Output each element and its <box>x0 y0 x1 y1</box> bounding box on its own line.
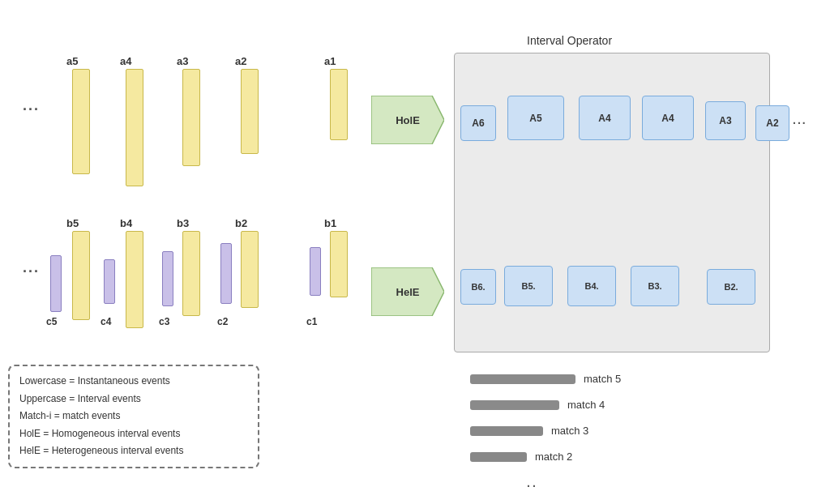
dots-top-left: ... <box>23 97 40 114</box>
match-label-5: match 5 <box>584 373 621 385</box>
label-b3: b3 <box>177 217 189 229</box>
label-c1: c1 <box>306 316 317 327</box>
label-b2: b2 <box>235 217 247 229</box>
legend-line-3: Match-i = match events <box>19 408 248 425</box>
match-label-3: match 3 <box>551 425 588 437</box>
match-item-4: match 4 <box>470 399 605 411</box>
label-b5: b5 <box>66 217 79 229</box>
dots-bottom-left: ... <box>23 259 40 276</box>
label-c2: c2 <box>217 316 228 327</box>
event-block-b5: B5. <box>504 266 553 306</box>
bar-c4 <box>104 259 115 304</box>
legend-box: Lowercase = Instantaneous events Upperca… <box>8 365 259 468</box>
event-block-a3: A3 <box>705 101 746 140</box>
legend-line-4: HolE = Homogeneous interval events <box>19 425 248 443</box>
label-a5: a5 <box>66 55 78 67</box>
event-block-a5: A5 <box>507 96 564 140</box>
dots-a-row: ... <box>793 113 807 126</box>
event-block-b3: B3. <box>631 266 679 306</box>
bar-b2 <box>241 231 259 308</box>
bar-b1 <box>330 231 348 297</box>
bar-a2 <box>241 69 259 154</box>
match-label-4: match 4 <box>567 399 605 411</box>
match-label-2: match 2 <box>535 451 572 463</box>
hole-pentagon: HolE <box>371 96 444 144</box>
bar-b5 <box>72 231 90 320</box>
bar-c3 <box>162 251 173 306</box>
bar-b3 <box>182 231 200 316</box>
bar-c1 <box>310 247 321 296</box>
event-block-a6: A6 <box>460 105 496 141</box>
match-bar-2 <box>470 452 527 462</box>
diagram-container: Interval Operator a5 a4 a3 a2 a1 ... b5 … <box>0 0 830 504</box>
label-c5: c5 <box>46 316 57 327</box>
match-item-2: match 2 <box>470 451 572 463</box>
event-block-a4b: A4 <box>642 96 694 140</box>
event-block-b4: B4. <box>567 266 616 306</box>
bar-a1 <box>330 69 348 140</box>
match-item-3: match 3 <box>470 425 588 437</box>
match-bar-5 <box>470 374 575 384</box>
legend-line-2: Uppercase = Interval events <box>19 391 248 408</box>
label-b4: b4 <box>120 217 132 229</box>
event-block-a4a: A4 <box>579 96 631 140</box>
legend-line-5: HelE = Heterogeneous interval events <box>19 442 248 460</box>
label-c3: c3 <box>159 316 169 327</box>
label-a1: a1 <box>324 55 336 67</box>
match-bar-4 <box>470 400 559 410</box>
bar-a3 <box>182 69 200 166</box>
hele-pentagon: HelE <box>371 267 444 316</box>
match-item-5: match 5 <box>470 373 621 385</box>
label-a4: a4 <box>120 55 131 67</box>
bar-a5 <box>72 69 90 174</box>
match-bar-3 <box>470 426 543 436</box>
bar-b4 <box>126 231 143 328</box>
interval-operator-title: Interval Operator <box>527 34 612 47</box>
event-block-b6: B6. <box>460 269 496 305</box>
bar-a4 <box>126 69 143 186</box>
label-a3: a3 <box>177 55 188 67</box>
bar-c5 <box>50 255 62 312</box>
label-c4: c4 <box>101 316 111 327</box>
dots-match: .. <box>527 476 538 489</box>
label-b1: b1 <box>324 217 336 229</box>
bar-c2 <box>220 243 232 304</box>
label-a2: a2 <box>235 55 246 67</box>
event-block-a2: A2 <box>755 105 789 141</box>
event-block-b2: B2. <box>707 269 755 305</box>
legend-line-1: Lowercase = Instantaneous events <box>19 373 248 391</box>
